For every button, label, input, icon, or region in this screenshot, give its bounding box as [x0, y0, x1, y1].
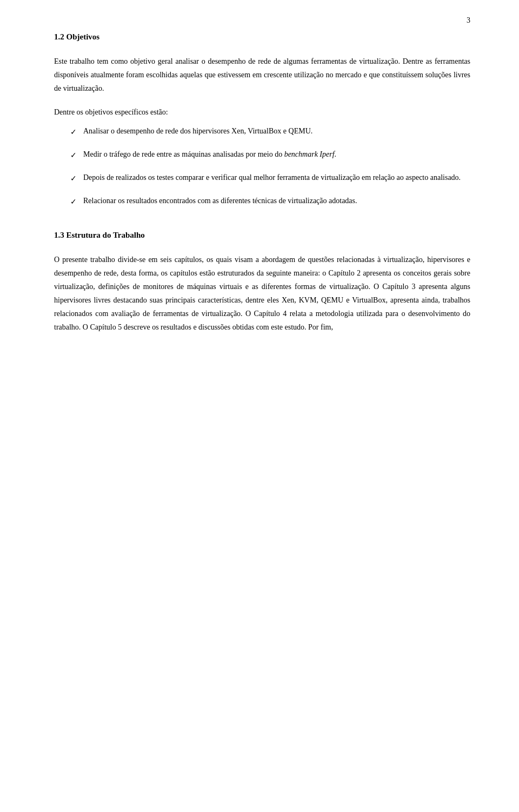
checkmark-icon: ✓: [70, 125, 77, 139]
section-12-heading: 1.2 Objetivos: [54, 32, 470, 42]
list-item: ✓ Medir o tráfego de rede entre as máqui…: [70, 147, 470, 162]
bullet-text-2-after: .: [335, 150, 337, 158]
bullet-list: ✓ Analisar o desempenho de rede dos hipe…: [70, 124, 470, 209]
objectives-intro: Dentre os objetivos específicos estão:: [54, 105, 470, 119]
section-12-intro-paragraph: Este trabalho tem como objetivo geral an…: [54, 55, 470, 96]
bullet-text-1: Analisar o desempenho de rede dos hiperv…: [83, 124, 470, 138]
page-number: 3: [467, 16, 470, 25]
list-item: ✓ Depois de realizados os testes compara…: [70, 171, 470, 185]
bullet-text-2: Medir o tráfego de rede entre as máquina…: [83, 147, 470, 161]
bullet-text-2-italic: benchmark Iperf: [284, 150, 335, 158]
checkmark-icon: ✓: [70, 195, 77, 209]
section-12: 1.2 Objetivos Este trabalho tem como obj…: [54, 32, 470, 209]
bullet-text-4: Relacionar os resultados encontrados com…: [83, 194, 470, 207]
checkmark-icon: ✓: [70, 149, 77, 162]
section-13-paragraph: O presente trabalho divide-se em seis ca…: [54, 253, 470, 334]
bullet-text-3: Depois de realizados os testes comparar …: [83, 171, 470, 184]
section-13: 1.3 Estrutura do Trabalho O presente tra…: [54, 231, 470, 334]
page: 3 1.2 Objetivos Este trabalho tem como o…: [0, 0, 519, 812]
bullet-text-2-before: Medir o tráfego de rede entre as máquina…: [83, 150, 284, 158]
list-item: ✓ Analisar o desempenho de rede dos hipe…: [70, 124, 470, 139]
section-13-heading: 1.3 Estrutura do Trabalho: [54, 231, 470, 240]
checkmark-icon: ✓: [70, 172, 77, 185]
list-item: ✓ Relacionar os resultados encontrados c…: [70, 194, 470, 209]
